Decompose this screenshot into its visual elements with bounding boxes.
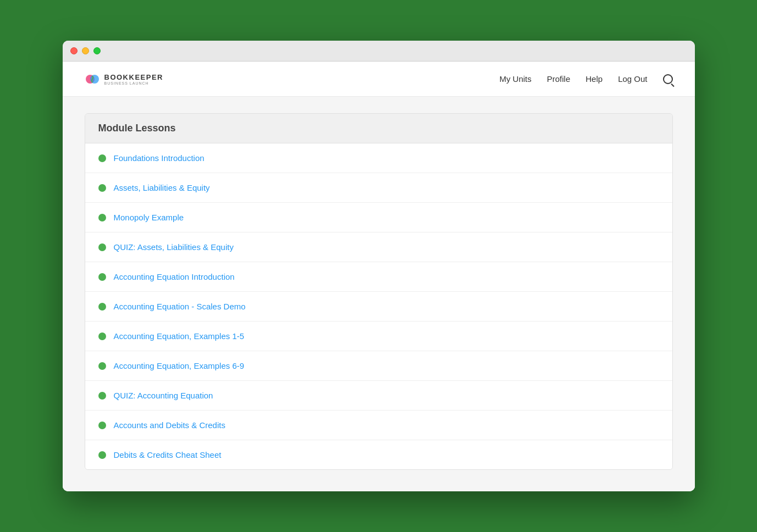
list-item[interactable]: Debits & Credits Cheat Sheet — [85, 440, 672, 469]
lesson-completed-dot — [98, 154, 106, 162]
lesson-completed-dot — [98, 184, 106, 192]
lesson-completed-dot — [98, 273, 106, 281]
traffic-lights — [70, 47, 101, 54]
browser-content: BOOKKEEPER BUSINESS LAUNCH My Units Prof… — [63, 62, 695, 491]
lesson-link[interactable]: Assets, Liabilities & Equity — [114, 183, 210, 192]
navbar: BOOKKEEPER BUSINESS LAUNCH My Units Prof… — [63, 62, 695, 97]
minimize-button[interactable] — [82, 47, 89, 54]
logo-main-text: BOOKKEEPER — [104, 73, 163, 81]
nav-help[interactable]: Help — [585, 74, 603, 84]
list-item[interactable]: Accounting Equation, Examples 1-5 — [85, 322, 672, 351]
list-item[interactable]: QUIZ: Accounting Equation — [85, 381, 672, 411]
lesson-completed-dot — [98, 332, 106, 340]
list-item[interactable]: Accounts and Debits & Credits — [85, 411, 672, 440]
lesson-link[interactable]: Accounting Equation Introduction — [114, 272, 235, 281]
list-item[interactable]: Accounting Equation, Examples 6-9 — [85, 351, 672, 381]
lesson-completed-dot — [98, 392, 106, 400]
svg-point-1 — [90, 75, 99, 84]
title-bar — [63, 41, 695, 62]
logo-sub-text: BUSINESS LAUNCH — [104, 81, 163, 85]
list-item[interactable]: Accounting Equation Introduction — [85, 262, 672, 292]
lesson-link[interactable]: Accounting Equation, Examples 1-5 — [114, 331, 245, 341]
maximize-button[interactable] — [93, 47, 101, 54]
lesson-completed-dot — [98, 243, 106, 251]
list-item[interactable]: Monopoly Example — [85, 203, 672, 232]
logo-icon — [85, 71, 100, 87]
nav-log-out[interactable]: Log Out — [618, 74, 647, 84]
module-header: Module Lessons — [85, 114, 672, 143]
lesson-link[interactable]: Monopoly Example — [114, 213, 184, 222]
close-button[interactable] — [70, 47, 78, 54]
list-item[interactable]: Accounting Equation - Scales Demo — [85, 292, 672, 322]
lesson-link[interactable]: Accounting Equation, Examples 6-9 — [114, 361, 245, 370]
logo-text: BOOKKEEPER BUSINESS LAUNCH — [104, 73, 163, 85]
lesson-completed-dot — [98, 362, 106, 370]
lesson-link[interactable]: Accounting Equation - Scales Demo — [114, 302, 246, 311]
nav-profile[interactable]: Profile — [547, 74, 571, 84]
lesson-completed-dot — [98, 214, 106, 221]
lesson-completed-dot — [98, 303, 106, 311]
search-icon[interactable] — [663, 74, 673, 84]
lesson-link[interactable]: QUIZ: Assets, Liabilities & Equity — [114, 242, 234, 252]
list-item[interactable]: QUIZ: Assets, Liabilities & Equity — [85, 232, 672, 262]
lesson-link[interactable]: Debits & Credits Cheat Sheet — [114, 450, 222, 459]
browser-window: BOOKKEEPER BUSINESS LAUNCH My Units Prof… — [63, 41, 695, 491]
main-content: Module Lessons Foundations Introduction … — [63, 97, 695, 491]
nav-links: My Units Profile Help Log Out — [499, 74, 672, 84]
lesson-completed-dot — [98, 451, 106, 459]
logo-area: BOOKKEEPER BUSINESS LAUNCH — [85, 71, 163, 87]
lesson-list: Foundations Introduction Assets, Liabili… — [85, 143, 672, 469]
lesson-link[interactable]: QUIZ: Accounting Equation — [114, 391, 213, 400]
lesson-completed-dot — [98, 422, 106, 429]
list-item[interactable]: Foundations Introduction — [85, 143, 672, 173]
nav-my-units[interactable]: My Units — [499, 74, 531, 84]
lesson-link[interactable]: Foundations Introduction — [114, 153, 205, 163]
lesson-link[interactable]: Accounts and Debits & Credits — [114, 420, 225, 430]
list-item[interactable]: Assets, Liabilities & Equity — [85, 173, 672, 203]
module-title: Module Lessons — [98, 123, 659, 134]
module-card: Module Lessons Foundations Introduction … — [85, 113, 673, 470]
